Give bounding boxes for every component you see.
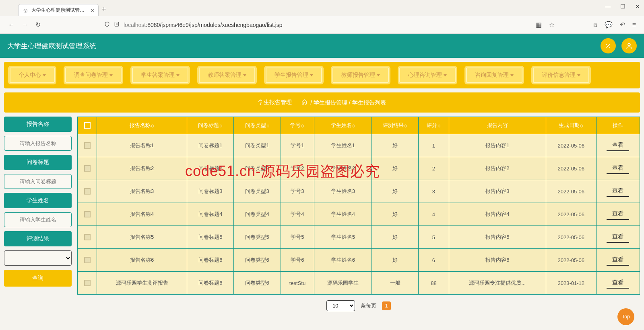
cell-checkbox[interactable] bbox=[78, 226, 97, 249]
menu-item-5[interactable]: 教师报告管理 bbox=[331, 66, 390, 84]
breadcrumb-link-2[interactable]: 学生报告列表 bbox=[352, 99, 386, 106]
filter-input-report-name[interactable] bbox=[4, 136, 72, 151]
filter-input-student-name[interactable] bbox=[4, 212, 72, 227]
table-cell: 问卷标题4 bbox=[187, 203, 234, 226]
page-size-select[interactable]: 10 bbox=[326, 300, 355, 311]
url-bar[interactable]: localhost:8080/jspms46e9/jsp/modules/xue… bbox=[104, 21, 528, 28]
table-cell: 问卷标题6 bbox=[187, 272, 234, 295]
table-cell: 好 bbox=[372, 203, 419, 226]
bookmark-icon[interactable]: ☆ bbox=[549, 21, 555, 29]
table-cell: 学号4 bbox=[281, 203, 314, 226]
cell-checkbox[interactable] bbox=[78, 203, 97, 226]
view-button[interactable]: 查看 bbox=[607, 232, 629, 243]
table-cell: 问卷类型3 bbox=[234, 180, 281, 203]
sort-icon: ◇ bbox=[219, 123, 223, 128]
th-3[interactable]: 学号◇ bbox=[281, 117, 314, 134]
view-button[interactable]: 查看 bbox=[607, 209, 629, 220]
view-button[interactable]: 查看 bbox=[607, 186, 629, 197]
th-6[interactable]: 评分◇ bbox=[419, 117, 449, 134]
sort-icon: ◇ bbox=[580, 123, 583, 128]
view-button[interactable]: 查看 bbox=[607, 140, 629, 151]
table-cell: 2023-01-12 bbox=[546, 272, 596, 295]
view-button[interactable]: 查看 bbox=[607, 163, 629, 174]
qr-icon[interactable]: ▦ bbox=[536, 21, 542, 29]
th-2[interactable]: 问卷类型◇ bbox=[234, 117, 281, 134]
cell-checkbox[interactable] bbox=[78, 134, 97, 157]
undo-icon[interactable]: ↶ bbox=[620, 21, 625, 29]
table-row: 报告名称1问卷标题1问卷类型1学号1学生姓名1好1报告内容12022-05-06… bbox=[78, 134, 640, 157]
chevron-down-icon bbox=[43, 74, 46, 76]
chevron-down-icon bbox=[510, 74, 514, 76]
menu-item-4[interactable]: 学生报告管理 bbox=[264, 66, 324, 84]
menu-item-1[interactable]: 调查问卷管理 bbox=[64, 66, 123, 84]
table-cell: 2022-05-06 bbox=[546, 180, 596, 203]
cell-action: 查看 bbox=[596, 180, 640, 203]
menu-item-0[interactable]: 个人中心 bbox=[8, 66, 56, 84]
th-checkbox[interactable] bbox=[78, 117, 97, 134]
th-1[interactable]: 问卷标题◇ bbox=[187, 117, 234, 134]
window-maximize[interactable]: ☐ bbox=[620, 3, 625, 10]
th-5[interactable]: 评测结果◇ bbox=[372, 117, 419, 134]
cell-action: 查看 bbox=[596, 203, 640, 226]
user-button[interactable] bbox=[621, 38, 637, 53]
browser-tab[interactable]: ◎ 大学生心理健康测试管理系统 × bbox=[18, 4, 99, 16]
menu-item-8[interactable]: 评价信息管理 bbox=[531, 66, 591, 84]
cell-checkbox[interactable] bbox=[78, 272, 97, 295]
cell-checkbox[interactable] bbox=[78, 249, 97, 272]
breadcrumb-page: 学生报告管理 bbox=[258, 99, 292, 106]
sort-icon: ◇ bbox=[404, 123, 407, 128]
nav-reload-button[interactable]: ↻ bbox=[35, 21, 41, 29]
menu-item-7[interactable]: 咨询回复管理 bbox=[464, 66, 524, 84]
page-number[interactable]: 1 bbox=[382, 301, 391, 310]
chevron-down-icon bbox=[310, 74, 313, 76]
chevron-down-icon bbox=[377, 74, 380, 76]
menu-icon[interactable]: ≡ bbox=[632, 21, 636, 29]
view-button[interactable]: 查看 bbox=[607, 254, 629, 266]
window-close[interactable]: ✕ bbox=[635, 3, 640, 10]
table-cell: 源码乐园学生测评报告 bbox=[97, 272, 187, 295]
query-button[interactable]: 查询 bbox=[4, 270, 72, 287]
app-title: 大学生心理健康测试管理系统 bbox=[7, 41, 96, 51]
table-cell: 学生姓名6 bbox=[314, 249, 372, 272]
crop-icon[interactable]: ⧈ bbox=[593, 21, 597, 29]
breadcrumb-link-1[interactable]: 学生报告管理 bbox=[314, 99, 347, 106]
app: 大学生心理健康测试管理系统 个人中心调查问卷管理学生答案管理教师答案管理学生报告… bbox=[0, 34, 644, 330]
view-button[interactable]: 查看 bbox=[607, 277, 629, 289]
th-4[interactable]: 学生姓名◇ bbox=[314, 117, 372, 134]
table-row: 源码乐园学生测评报告问卷标题6问卷类型6testStu源码乐园学生一般88源码乐… bbox=[78, 272, 640, 295]
scroll-top-button[interactable]: Top bbox=[617, 308, 634, 325]
new-tab-button[interactable]: + bbox=[102, 5, 106, 14]
report-table: 报告名称◇问卷标题◇问卷类型◇学号◇学生姓名◇评测结果◇评分◇报告内容生成日期◇… bbox=[77, 117, 640, 295]
pagination: 10 条每页 1 bbox=[77, 295, 640, 317]
window-minimize[interactable]: — bbox=[605, 3, 611, 10]
th-8[interactable]: 生成日期◇ bbox=[546, 117, 596, 134]
chat-icon[interactable]: 💬 bbox=[605, 21, 613, 29]
table-cell: 报告内容4 bbox=[449, 203, 546, 226]
table-cell: 好 bbox=[372, 226, 419, 249]
table-cell: 学号6 bbox=[281, 249, 314, 272]
table-cell: 问卷标题2 bbox=[187, 157, 234, 180]
th-0[interactable]: 报告名称◇ bbox=[97, 117, 187, 134]
tools-button[interactable] bbox=[601, 38, 616, 53]
browser-nav-bar: ← → ↻ localhost:8080/jspms46e9/jsp/modul… bbox=[0, 16, 644, 34]
filter-input-survey-title[interactable] bbox=[4, 174, 72, 189]
cell-action: 查看 bbox=[596, 226, 640, 249]
filter-select-result[interactable] bbox=[4, 250, 72, 266]
menu-item-2[interactable]: 学生答案管理 bbox=[130, 66, 190, 84]
table-cell: 源码乐园学生 bbox=[314, 272, 372, 295]
table-cell: 报告名称1 bbox=[97, 134, 187, 157]
table-cell: 报告名称6 bbox=[97, 249, 187, 272]
cell-checkbox[interactable] bbox=[78, 157, 97, 180]
tab-close-icon[interactable]: × bbox=[91, 7, 94, 14]
nav-forward-button[interactable]: → bbox=[22, 21, 28, 29]
home-icon[interactable] bbox=[301, 99, 307, 105]
tab-title: 大学生心理健康测试管理系统 bbox=[31, 7, 88, 14]
menu-item-6[interactable]: 心理咨询管理 bbox=[398, 66, 457, 84]
menu-item-3[interactable]: 教师答案管理 bbox=[197, 66, 257, 84]
table-cell: 问卷标题6 bbox=[187, 249, 234, 272]
table-cell: 2022-05-06 bbox=[546, 157, 596, 180]
filter-label-student-name: 学生姓名 bbox=[4, 193, 72, 208]
cell-checkbox[interactable] bbox=[78, 180, 97, 203]
cell-action: 查看 bbox=[596, 157, 640, 180]
nav-back-button[interactable]: ← bbox=[8, 21, 14, 29]
